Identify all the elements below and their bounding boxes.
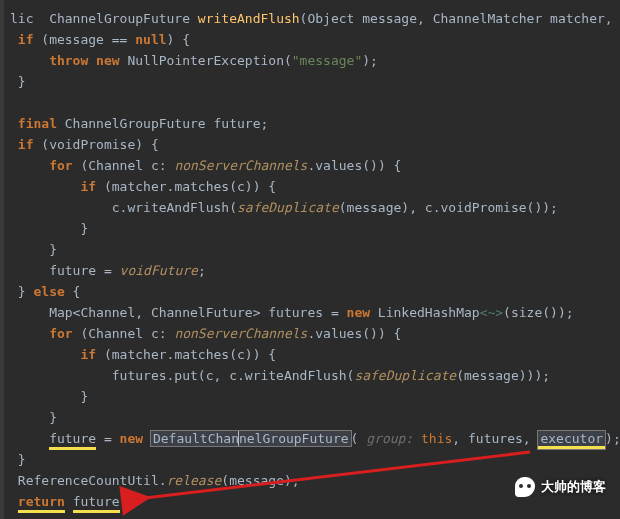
line-8: for (Channel c: nonServerChannels.values… — [49, 158, 401, 173]
line-2: if (message == null) { — [18, 32, 190, 47]
line-3: throw new NullPointerException("message"… — [49, 53, 378, 68]
line-12: } — [49, 242, 57, 257]
line-21: future = new DefaultChannelGroupFuture( … — [49, 431, 620, 450]
watermark: 大帅的博客 — [515, 476, 606, 497]
line-19: } — [80, 389, 88, 404]
line-6: final ChannelGroupFuture future; — [18, 116, 268, 131]
line-1: lic ChannelGroupFuture writeAndFlush(Obj… — [10, 11, 613, 26]
line-18: futures.put(c, c.writeAndFlush(safeDupli… — [112, 368, 550, 383]
line-4: } — [18, 74, 26, 89]
line-22: } — [18, 452, 26, 467]
line-16: for (Channel c: nonServerChannels.values… — [49, 326, 401, 341]
line-17: if (matcher.matches(c)) { — [80, 347, 276, 362]
line-15: Map<Channel, ChannelFuture> futures = ne… — [49, 305, 573, 320]
editor-gutter — [0, 0, 4, 519]
line-11: } — [80, 221, 88, 236]
line-20: } — [49, 410, 57, 425]
wechat-icon — [515, 477, 535, 497]
code-editor[interactable]: lic ChannelGroupFuture writeAndFlush(Obj… — [0, 0, 620, 512]
line-24: return future; — [18, 494, 128, 513]
line-13: future = voidFuture; — [49, 263, 206, 278]
watermark-text: 大帅的博客 — [541, 476, 606, 497]
line-23: ReferenceCountUtil.release(message); — [18, 473, 300, 488]
line-14: } else { — [18, 284, 81, 299]
line-10: c.writeAndFlush(safeDuplicate(message), … — [112, 200, 558, 215]
line-7: if (voidPromise) { — [18, 137, 159, 152]
line-9: if (matcher.matches(c)) { — [80, 179, 276, 194]
